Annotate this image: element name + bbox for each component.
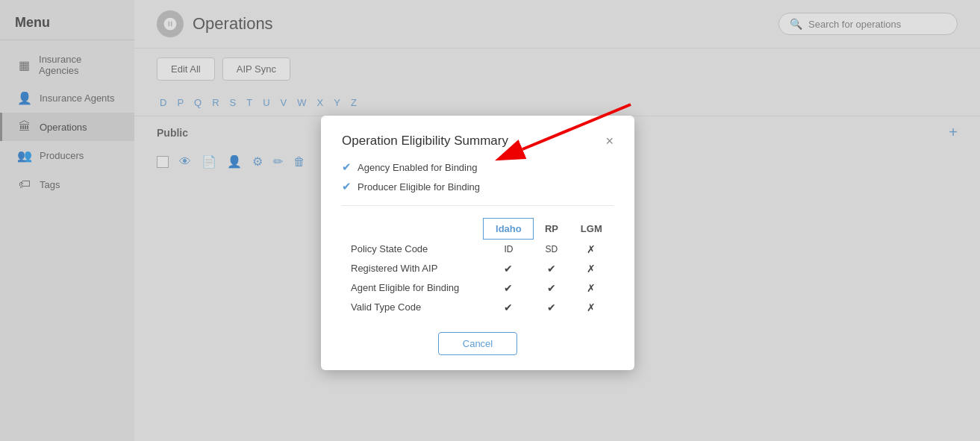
col-empty bbox=[342, 219, 484, 240]
cancel-button[interactable]: Cancel bbox=[438, 332, 517, 355]
row-label-2: Registered With AIP bbox=[342, 259, 484, 278]
table-row: Registered With AIP ✔ ✔ ✗ bbox=[342, 259, 614, 278]
row-label-3: Agent Eligible for Binding bbox=[342, 278, 484, 298]
row-lgm-3: ✗ bbox=[569, 278, 614, 298]
row-rp-3: ✔ bbox=[534, 278, 569, 298]
check-label-2: Producer Eligible for Binding bbox=[358, 181, 480, 193]
modal-footer: Cancel bbox=[342, 332, 614, 355]
row-idaho-3: ✔ bbox=[484, 278, 534, 298]
modal-title: Operation Eligibility Summary bbox=[342, 134, 508, 148]
modal-close-button[interactable]: × bbox=[605, 134, 614, 148]
check-producer-binding: ✔ Producer Eligible for Binding bbox=[342, 180, 614, 193]
row-idaho-2: ✔ bbox=[484, 259, 534, 278]
eligibility-table: Idaho RP LGM Policy State Code ID SD ✗ R… bbox=[342, 218, 614, 317]
check-label-1: Agency Enabled for Binding bbox=[358, 162, 477, 173]
eligibility-modal: Operation Eligibility Summary × ✔ Agency… bbox=[321, 116, 634, 370]
row-label-1: Policy State Code bbox=[342, 240, 484, 259]
row-rp-2: ✔ bbox=[534, 259, 569, 278]
row-idaho-1: ID bbox=[484, 240, 534, 259]
col-rp: RP bbox=[534, 219, 569, 240]
modal-divider bbox=[342, 205, 614, 206]
table-row: Agent Eligible for Binding ✔ ✔ ✗ bbox=[342, 278, 614, 298]
col-idaho: Idaho bbox=[484, 219, 534, 240]
table-row: Policy State Code ID SD ✗ bbox=[342, 240, 614, 259]
check-icon-1: ✔ bbox=[342, 160, 352, 174]
check-icon-2: ✔ bbox=[342, 180, 352, 193]
row-lgm-2: ✗ bbox=[569, 259, 614, 278]
row-label-4: Valid Type Code bbox=[342, 298, 484, 317]
row-idaho-4: ✔ bbox=[484, 298, 534, 317]
row-lgm-4: ✗ bbox=[569, 298, 614, 317]
check-agency-binding: ✔ Agency Enabled for Binding bbox=[342, 160, 614, 174]
modal-header: Operation Eligibility Summary × bbox=[342, 134, 614, 148]
row-lgm-1: ✗ bbox=[569, 240, 614, 259]
col-lgm: LGM bbox=[569, 219, 614, 240]
table-row: Valid Type Code ✔ ✔ ✗ bbox=[342, 298, 614, 317]
row-rp-1: SD bbox=[534, 240, 569, 259]
row-rp-4: ✔ bbox=[534, 298, 569, 317]
